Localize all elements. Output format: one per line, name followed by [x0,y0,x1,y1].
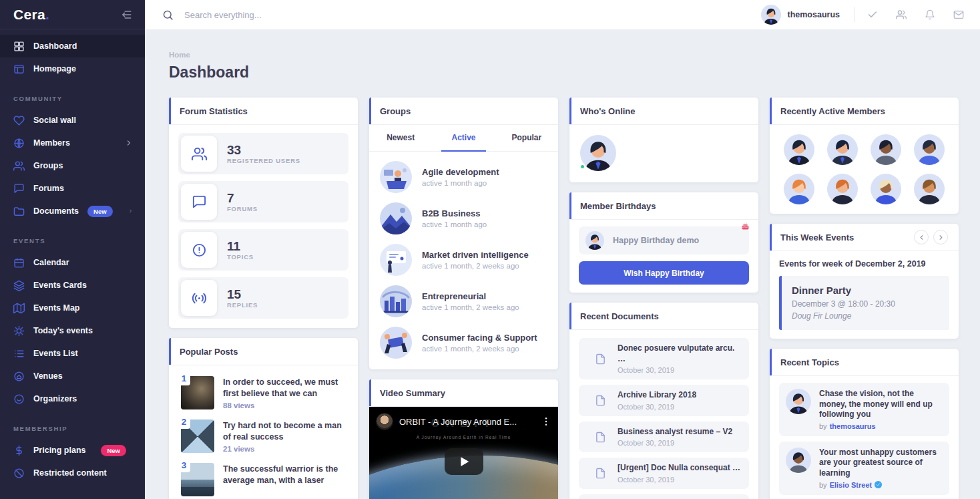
week-label: Events for week of December 2, 2019 [779,259,949,269]
document-item[interactable]: CEO talks – 20/10/2009 October 30, 2019 [579,494,749,499]
topic-item[interactable]: Your most unhappy customers are your gre… [779,442,949,495]
users-icon[interactable] [896,9,907,20]
group-avatar[interactable] [380,285,412,317]
sidebar-item[interactable]: Events Cards [0,274,145,297]
prev-week-button[interactable] [914,230,929,244]
video-play-button[interactable] [445,448,483,475]
event-name[interactable]: Dinner Party [792,285,939,296]
birthday-row[interactable]: Happy Birthday demo [579,226,749,255]
breadcrumb[interactable]: Home [169,51,958,59]
app-logo[interactable]: Cera. [13,7,49,23]
groups-tab[interactable]: Popular [495,125,558,151]
chevron-right-icon[interactable] [125,139,133,147]
group-name[interactable]: Entrepreneurial [422,291,519,301]
post-item[interactable]: 1 In order to succeed, we must first bel… [181,376,347,409]
next-week-button[interactable] [933,230,948,244]
post-title[interactable]: The successful warrior is the average ma… [223,463,347,486]
post-item[interactable]: 2 Try hard not to become a man of real s… [181,420,347,453]
topic-title[interactable]: Your most unhappy customers are your gre… [819,448,943,479]
member-avatar[interactable] [871,134,901,165]
sidebar-item[interactable]: Events List [0,342,145,365]
sidebar-item[interactable]: Events Map [0,297,145,319]
sidebar-item[interactable]: Social wall [0,109,145,132]
topic-title[interactable]: Chase the vision, not the money, the mon… [819,389,943,420]
member-avatar[interactable] [914,174,945,204]
document-date: October 30, 2019 [618,476,740,484]
member-avatar[interactable] [914,134,945,165]
group-item[interactable]: Market driven intelligence active 1 mont… [380,244,547,276]
user-avatar[interactable] [761,5,781,25]
document-name[interactable]: Archive Library 2018 [618,390,696,401]
wish-happy-birthday-button[interactable]: Wish Happy Birthday [579,261,749,285]
topic-author-link[interactable]: Elisio Street [830,481,873,489]
topic-item[interactable]: Chase the vision, not the money, the mon… [779,383,949,436]
video-player[interactable]: ORBIT A Journey Around Earth in Real Tim… [369,407,558,499]
post-title[interactable]: In order to succeed, we must first belie… [223,376,347,399]
sidebar-item[interactable]: Documents New [0,200,145,222]
birthday-member-avatar[interactable] [585,231,604,250]
sidebar-item[interactable]: Groups [0,154,145,177]
topics-list: Chase the vision, not the money, the mon… [770,376,959,499]
member-avatar[interactable] [784,134,814,165]
document-name[interactable]: Donec posuere vulputate arcu. … [618,343,742,364]
user-menu[interactable]: themosaurus [761,5,840,25]
sidebar-item-label: Restricted content [33,468,133,478]
document-item[interactable]: Business analyst resume – V2 October 30,… [579,422,749,453]
document-name[interactable]: [Urgent] Doc Nulla consequat … [618,463,740,474]
check-icon[interactable] [867,9,878,20]
search-icon[interactable] [162,9,174,21]
sidebar-item[interactable]: Pricing plans New [0,439,145,462]
card-title: Forum Statistics [169,98,358,125]
document-date: October 30, 2019 [618,439,732,447]
mail-icon[interactable] [953,9,964,20]
member-avatar[interactable] [784,174,814,204]
document-name[interactable]: Business analyst resume – V2 [618,427,732,438]
post-title[interactable]: Try hard not to become a man of real suc… [223,420,347,442]
sidebar-item[interactable]: Calendar [0,251,145,274]
group-avatar[interactable] [380,244,412,276]
topic-author-avatar[interactable] [786,389,811,414]
group-item[interactable]: Consumer facing & Support active 1 month… [380,327,547,359]
search-input[interactable] [184,10,465,20]
video-channel-avatar[interactable] [376,413,393,430]
sidebar-item[interactable]: Dashboard [0,35,145,57]
online-member-avatar[interactable] [580,135,616,171]
group-avatar[interactable] [380,327,412,359]
event-item[interactable]: Dinner Party December 3 @ 18:00 - 20:30 … [779,276,949,330]
member-avatar[interactable] [827,134,858,165]
chevron-right-icon[interactable] [128,207,133,215]
sidebar-item[interactable]: Restricted content [0,462,145,484]
sidebar-item[interactable]: Members [0,132,145,154]
sidebar-item[interactable]: Homepage [0,57,145,80]
topic-author-link[interactable]: themosaurus [830,422,876,430]
sidebar-item-label: Members [33,138,116,148]
group-avatar[interactable] [380,161,412,193]
group-name[interactable]: Consumer facing & Support [422,333,537,343]
topic-author-avatar[interactable] [786,448,811,473]
sidebar-item[interactable]: Organizers [0,387,145,410]
group-item[interactable]: B2B Business active 1 month ago [380,202,547,234]
member-avatar[interactable] [827,174,858,204]
group-item[interactable]: Agile development active 1 month ago [380,161,547,193]
group-item[interactable]: Entrepreneurial active 1 month, 2 weeks … [380,285,547,317]
group-name[interactable]: Agile development [422,167,499,177]
sidebar-item[interactable]: Forums [0,177,145,200]
video-title[interactable]: ORBIT - A Journey Around E... [399,417,535,427]
groups-tab[interactable]: Active [432,125,495,151]
group-name[interactable]: Market driven intelligence [422,250,529,260]
document-item[interactable]: [Urgent] Doc Nulla consequat … October 3… [579,458,749,489]
scene-desk [380,161,412,193]
sidebar-collapse-icon[interactable] [119,8,133,21]
sidebar-item[interactable]: Venues [0,365,145,387]
more-vert-icon[interactable] [541,416,551,427]
sidebar-item[interactable]: Today's events [0,319,145,342]
bell-icon[interactable] [925,9,935,20]
card-whos-online: Who's Online [569,98,758,182]
member-avatar[interactable] [871,174,901,204]
groups-tab[interactable]: Newest [369,125,432,151]
group-name[interactable]: B2B Business [422,208,487,218]
document-item[interactable]: Archive Library 2018 October 30, 2019 [579,385,749,416]
post-item[interactable]: 3 The successful warrior is the average … [181,463,347,496]
document-item[interactable]: Donec posuere vulputate arcu. … October … [579,338,749,379]
group-avatar[interactable] [380,202,412,234]
